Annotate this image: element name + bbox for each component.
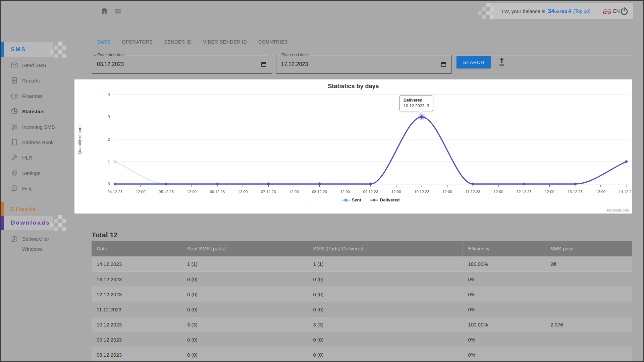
wallet-icon — [11, 92, 18, 100]
table-cell: 100.00% — [463, 317, 545, 332]
gear-icon — [11, 169, 18, 177]
svg-text:2: 2 — [108, 137, 110, 142]
sms-section-label: SMS — [11, 46, 26, 53]
sidebar-item-software-for-windows[interactable]: Software for Windows — [1, 234, 68, 254]
table-cell: 0 (0) — [308, 332, 463, 347]
svg-text:0: 0 — [108, 182, 110, 186]
tab-days[interactable]: DAYS — [92, 35, 116, 55]
upload-icon — [497, 57, 506, 67]
table-cell: 14.12.2023 — [92, 256, 182, 272]
line-chart: 01234Quantity of parts04.12.2312:0005.12… — [74, 79, 632, 214]
sidebar-item-address-book[interactable]: Address Book — [1, 134, 74, 150]
end-date-value: 17.12.2023 — [281, 61, 308, 67]
balance-prefix: TW, your balance is — [501, 8, 545, 14]
menu-button[interactable] — [114, 8, 122, 14]
sidebar-item-send-sms[interactable]: Send SMS — [1, 57, 74, 73]
table-row: 11.12.20230 (0)0 (0)0% — [92, 302, 632, 317]
svg-text:12:00: 12:00 — [238, 190, 248, 194]
table-cell: 3 (3) — [182, 317, 308, 332]
table-cell — [545, 272, 632, 287]
sidebar-item-hlr[interactable]: HLR — [1, 150, 74, 165]
sidebar-section-sms[interactable]: SMS — [1, 42, 53, 57]
sidebar-item-label: Help — [22, 186, 33, 191]
table-cell: 0 (0) — [308, 287, 463, 302]
table-cell — [545, 347, 632, 362]
table-cell: 11.12.2023 — [92, 302, 182, 317]
column-header: Efficiency — [463, 241, 545, 256]
clients-accent-bar — [1, 202, 4, 216]
start-date-field[interactable]: Enter start date 03.12.2023 — [92, 55, 272, 74]
column-header: Sent SMS (parts) — [182, 241, 308, 256]
language-switcher[interactable]: EN — [603, 8, 620, 14]
table-header-row: DateSent SMS (parts)SMS (Parts) Delivere… — [92, 241, 632, 256]
table-cell: 0 (0) — [182, 302, 308, 317]
sidebar-item-incoming-sms[interactable]: Incoming SMS — [1, 119, 74, 134]
balance-value[interactable]: 34.6783 — [548, 7, 568, 15]
table-cell: 100.00% — [463, 256, 545, 272]
sidebar-item-reports[interactable]: Reports — [1, 73, 74, 88]
calendar-icon[interactable] — [261, 61, 267, 68]
svg-text:12:00: 12:00 — [289, 190, 299, 194]
home-button[interactable] — [100, 6, 109, 15]
pie-chart-icon — [11, 108, 18, 115]
svg-text:12:00: 12:00 — [340, 190, 350, 194]
svg-text:4: 4 — [108, 92, 110, 97]
table-row: 10.12.20233 (3)3 (3)100.00%2.07₴ — [92, 317, 632, 332]
start-date-label: Enter start date — [96, 53, 126, 58]
svg-text:12:00: 12:00 — [187, 190, 197, 194]
legend-label: Sent — [352, 197, 361, 202]
svg-text:3: 3 — [108, 115, 110, 119]
hamburger-icon — [114, 8, 122, 14]
top-up-link[interactable]: (Top up) — [573, 8, 590, 14]
table-row: 12.12.20230 (0)0 (0)0% — [92, 287, 632, 302]
column-header: SMS price — [545, 241, 632, 256]
tooltip-value: 10.12.2023: 3 — [404, 104, 429, 108]
sidebar-item-settings[interactable]: Settings — [1, 165, 74, 181]
end-date-label: Enter end date — [280, 53, 310, 58]
table-cell: 0 (0) — [182, 272, 308, 287]
calendar-icon[interactable] — [440, 61, 447, 68]
circle-marker-icon — [342, 198, 350, 202]
chart-panel: Statistics by days 01234Quantity of part… — [74, 79, 632, 214]
table-cell: 09.12.2023 — [92, 332, 182, 347]
balance-bar: TW, your balance is 34.6783 ₴ (Top up) E… — [490, 3, 633, 19]
legend-item-sent[interactable]: Sent — [342, 197, 361, 202]
table-cell: 13.12.2023 — [92, 272, 182, 287]
power-icon — [620, 7, 629, 15]
svg-text:10.12.23: 10.12.23 — [414, 190, 429, 194]
tab-sender-id[interactable]: SENDER ID — [159, 35, 198, 55]
tab-countries[interactable]: COUNTRIES — [253, 35, 293, 55]
table-body: 14.12.20231 (1)1 (1)100.00%2₴13.12.20230… — [92, 256, 632, 362]
logout-button[interactable] — [620, 7, 629, 15]
search-button[interactable]: SEARCH — [457, 56, 491, 68]
sidebar-section-downloads[interactable]: Downloads — [1, 216, 53, 230]
highcharts-credit[interactable]: Highcharts.com — [606, 208, 629, 212]
table-cell: 3 (3) — [308, 317, 463, 332]
sidebar-item-statistics[interactable]: Statistics — [1, 104, 74, 119]
table-cell: 0 (0) — [182, 347, 308, 362]
sidebar-section-clients[interactable]: Clients — [1, 202, 74, 216]
legend-item-delivered[interactable]: Delivered — [370, 197, 400, 202]
svg-text:1: 1 — [108, 159, 110, 164]
language-label: EN — [613, 8, 620, 14]
table-cell: 0 (0) — [182, 287, 308, 302]
svg-text:12:00: 12:00 — [391, 190, 401, 194]
table-cell: 0 (0) — [308, 347, 463, 362]
table-cell: 2.07₴ — [545, 317, 632, 332]
end-date-field[interactable]: Enter end date 17.12.2023 — [276, 55, 452, 74]
home-icon — [100, 6, 109, 15]
export-button[interactable] — [497, 57, 506, 67]
column-header: SMS (Parts) Delivered — [308, 241, 463, 256]
svg-text:12:00: 12:00 — [442, 190, 452, 194]
tab-operators[interactable]: OPERATORS — [116, 35, 159, 55]
sidebar-item-finances[interactable]: Finances — [1, 88, 74, 104]
sms-accent-bar — [1, 42, 4, 57]
tab-viber-sender-id[interactable]: VIBER SENDER ID — [197, 35, 253, 55]
table-cell: 10.12.2023 — [92, 317, 182, 332]
sidebar-item-help[interactable]: ?Help — [1, 181, 74, 196]
table-cell: 0% — [463, 332, 545, 347]
table-cell: 0% — [463, 287, 545, 302]
incoming-sms-icon — [11, 123, 18, 130]
table-row: 08.12.20230 (0)0 (0)0% — [92, 347, 632, 362]
table-cell: 0% — [463, 347, 545, 362]
